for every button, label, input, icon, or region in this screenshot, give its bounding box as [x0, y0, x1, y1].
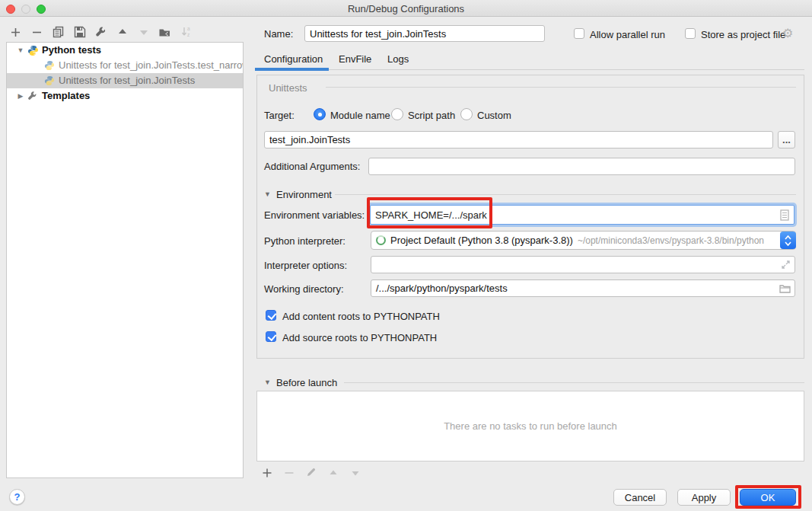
- move-down-icon: [137, 26, 150, 39]
- move-task-up-icon: [326, 466, 339, 479]
- python-interpreter-path: ~/opt/miniconda3/envs/pyspark-3.8/bin/py…: [578, 235, 764, 246]
- save-configuration-icon[interactable]: [73, 26, 86, 39]
- target-label: Target:: [264, 110, 295, 121]
- annotation-environment-variables: [367, 197, 492, 228]
- tree-item-label: Unittests for test_join.JoinTests.test_n…: [56, 58, 244, 73]
- move-task-down-icon: [349, 466, 361, 479]
- chevron-right-icon[interactable]: ▶: [14, 90, 27, 102]
- python-icon: [27, 44, 39, 56]
- edit-task-pencil-icon: [304, 466, 317, 479]
- target-module-name-label[interactable]: Module name: [330, 110, 390, 121]
- remove-configuration-icon[interactable]: [30, 26, 43, 39]
- new-folder-icon[interactable]: [158, 26, 171, 39]
- annotation-ok-button: [735, 485, 801, 509]
- cancel-button[interactable]: Cancel: [613, 489, 667, 506]
- target-custom-label[interactable]: Custom: [477, 110, 511, 121]
- tab-configuration[interactable]: Configuration: [264, 53, 323, 65]
- configurations-tree: ▼ Python tests Unittests for test_join.J…: [6, 42, 244, 478]
- browse-environment-variables-icon[interactable]: [780, 209, 789, 223]
- interpreter-options-input[interactable]: [371, 256, 795, 273]
- additional-arguments-input[interactable]: [368, 158, 795, 175]
- before-launch-toolbar: [260, 466, 361, 479]
- interpreter-options-label: Interpreter options:: [264, 260, 347, 271]
- folder-icon[interactable]: [779, 284, 791, 295]
- tree-item-label: Unittests for test_join.JoinTests: [56, 73, 195, 88]
- target-custom-radio[interactable]: [460, 108, 473, 120]
- module-name-value: test_join.JoinTests: [269, 134, 350, 145]
- chevron-down-icon[interactable]: ▼: [14, 44, 27, 56]
- browse-module-button[interactable]: ...: [778, 131, 795, 149]
- copy-configuration-icon[interactable]: [52, 26, 65, 39]
- conda-env-icon: [376, 235, 386, 245]
- apply-button[interactable]: Apply: [677, 489, 731, 506]
- group-title-line: [326, 87, 796, 88]
- name-input[interactable]: Unittests for test_join.JoinTests: [304, 25, 545, 42]
- add-configuration-icon[interactable]: [9, 26, 22, 39]
- expand-field-icon[interactable]: [781, 260, 791, 272]
- move-up-icon[interactable]: [116, 26, 129, 39]
- python-interpreter-label: Python interpreter:: [264, 235, 345, 247]
- target-script-path-radio[interactable]: [391, 108, 403, 120]
- environment-header-line: [335, 194, 796, 195]
- run-debug-configurations-dialog: Run/Debug Configurations az ▼ Python tes: [0, 0, 812, 511]
- sort-alphabetically-icon: az: [180, 26, 193, 39]
- allow-parallel-run-checkbox[interactable]: [574, 28, 584, 39]
- tree-item-templates[interactable]: ▶ Templates: [7, 88, 243, 104]
- svg-text:a: a: [187, 26, 190, 31]
- tab-logs[interactable]: Logs: [387, 53, 409, 65]
- before-launch-collapse-icon[interactable]: ▼: [264, 378, 271, 386]
- name-label: Name:: [264, 28, 293, 40]
- help-question-icon: ?: [14, 491, 21, 503]
- apply-button-label: Apply: [692, 492, 717, 503]
- tab-divider: [329, 69, 804, 70]
- tree-item-label: Python tests: [39, 43, 101, 58]
- add-source-roots-checkbox[interactable]: [266, 331, 276, 342]
- target-module-name-radio[interactable]: [314, 108, 326, 120]
- tree-item-label: Templates: [39, 88, 90, 104]
- window-title: Run/Debug Configurations: [0, 3, 812, 14]
- cancel-button-label: Cancel: [625, 492, 655, 503]
- store-as-project-file-label: Store as project file: [701, 29, 785, 40]
- tree-item-unittests-test-narrow[interactable]: Unittests for test_join.JoinTests.test_n…: [7, 58, 243, 73]
- before-launch-empty-text: There are no tasks to run before launch: [444, 420, 617, 432]
- target-script-path-label[interactable]: Script path: [408, 110, 455, 121]
- browse-module-label: ...: [782, 134, 791, 145]
- additional-arguments-label: Additional Arguments:: [264, 161, 360, 172]
- configurations-toolbar: az: [9, 24, 193, 40]
- title-bar: Run/Debug Configurations: [0, 0, 812, 17]
- environment-variables-label: Environment variables:: [264, 209, 365, 221]
- gear-icon[interactable]: ⚙: [782, 26, 793, 40]
- name-input-value: Unittests for test_join.JoinTests: [310, 28, 446, 40]
- working-directory-label: Working directory:: [264, 283, 344, 295]
- before-launch-header-line: [344, 382, 804, 383]
- before-launch-header[interactable]: Before launch: [276, 377, 337, 388]
- add-source-roots-label: Add source roots to PYTHONPATH: [282, 332, 437, 343]
- remove-task-icon: [282, 466, 295, 479]
- active-tab-indicator: [255, 68, 329, 71]
- python-interpreter-value: Project Default (Python 3.8 (pyspark-3.8…: [390, 235, 573, 246]
- tree-item-unittests-jointests-selected[interactable]: Unittests for test_join.JoinTests: [7, 73, 243, 88]
- tab-envfile[interactable]: EnvFile: [339, 53, 371, 65]
- python-interpreter-dropdown-icon[interactable]: [780, 232, 796, 249]
- add-content-roots-checkbox[interactable]: [266, 310, 276, 321]
- python-interpreter-select[interactable]: Project Default (Python 3.8 (pyspark-3.8…: [371, 231, 796, 250]
- store-as-project-file-checkbox[interactable]: [685, 28, 696, 39]
- python-test-icon: [43, 75, 56, 87]
- environment-section-header[interactable]: Environment: [276, 189, 332, 200]
- add-task-icon[interactable]: [260, 466, 273, 479]
- python-test-icon: [43, 59, 56, 72]
- tree-item-python-tests[interactable]: ▼ Python tests: [7, 43, 243, 58]
- edit-templates-wrench-icon[interactable]: [94, 26, 107, 39]
- working-directory-value: /.../spark/python/pyspark/tests: [376, 283, 508, 294]
- before-launch-task-list[interactable]: There are no tasks to run before launch: [256, 391, 804, 461]
- working-directory-input[interactable]: /.../spark/python/pyspark/tests: [371, 279, 795, 297]
- module-name-input[interactable]: test_join.JoinTests: [264, 131, 773, 149]
- unittests-group-title: Unittests: [269, 82, 307, 94]
- help-button[interactable]: ?: [9, 489, 25, 505]
- svg-text:z: z: [187, 32, 189, 37]
- add-content-roots-label: Add content roots to PYTHONPATH: [282, 311, 440, 322]
- wrench-icon: [27, 90, 39, 102]
- allow-parallel-run-label: Allow parallel run: [590, 29, 665, 40]
- environment-collapse-icon[interactable]: ▼: [264, 190, 271, 198]
